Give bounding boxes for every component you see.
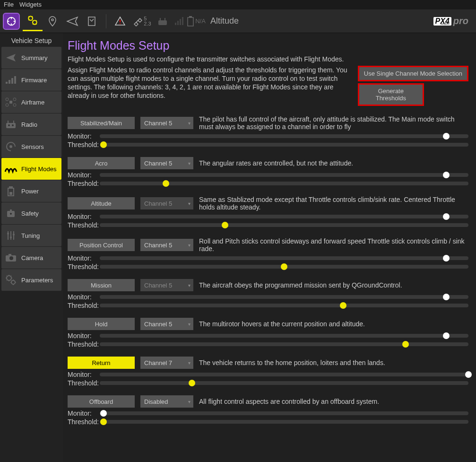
monitor-label: Monitor:	[68, 371, 98, 378]
setup-icon[interactable]	[23, 11, 43, 31]
qgc-logo-icon[interactable]	[3, 13, 20, 30]
channel-select[interactable]: Channel 7	[140, 357, 193, 369]
sidebar-item-label: Tuning	[21, 232, 40, 239]
monitor-label: Monitor:	[68, 293, 98, 301]
monitor-slider[interactable]	[100, 411, 468, 415]
threshold-slider[interactable]	[100, 223, 468, 227]
monitor-slider[interactable]	[100, 256, 468, 260]
mode-description: The pilot has full control of the aircra…	[199, 115, 468, 131]
rc-icon[interactable]	[153, 11, 173, 31]
sidebar-item-flight-modes[interactable]: Flight Modes	[1, 158, 61, 180]
svg-point-42	[10, 236, 12, 238]
threshold-slider[interactable]	[100, 143, 468, 147]
sidebar-item-firmware[interactable]: Firmware	[1, 69, 61, 91]
svg-point-20	[6, 98, 9, 101]
fly-icon[interactable]	[62, 11, 82, 31]
mode-description: Same as Stablized mode except that Throt…	[199, 196, 468, 211]
channel-select[interactable]: Channel 5	[140, 197, 193, 209]
monitor-slider[interactable]	[100, 373, 468, 376]
mode-description: The vehicle returns to the home position…	[199, 359, 468, 366]
plan-icon[interactable]	[43, 11, 62, 31]
monitor-slider[interactable]	[100, 295, 468, 299]
mode-description: All flight control aspects are controlle…	[199, 398, 468, 405]
sidebar-item-radio[interactable]: Radio	[1, 113, 61, 135]
mode-description: The multirotor hovers at the current pos…	[199, 320, 468, 328]
threshold-label: Threshold:	[68, 141, 98, 148]
svg-rect-13	[182, 17, 183, 25]
svg-rect-45	[9, 254, 11, 255]
threshold-slider[interactable]	[100, 342, 468, 346]
threshold-slider[interactable]	[100, 304, 468, 307]
sidebar-item-summary[interactable]: Summary	[1, 47, 61, 69]
svg-rect-18	[11, 78, 13, 84]
threshold-slider[interactable]	[100, 182, 468, 185]
channel-select[interactable]: Channel 5	[140, 117, 193, 129]
sat-numbers: 5 2.3	[144, 16, 151, 26]
mode-block-stabilized-main: Stabilized/MainChannel 5The pilot has fu…	[68, 115, 468, 148]
sidebar-item-label: Flight Modes	[21, 166, 56, 173]
sidebar-icon	[4, 251, 17, 264]
mode-description: Roll and Pitch sticks control sideways a…	[199, 237, 468, 253]
svg-point-3	[52, 19, 53, 21]
menu-file[interactable]: File	[4, 0, 14, 8]
threshold-label: Threshold:	[68, 180, 98, 187]
generate-thresholds-button[interactable]: Generate Thresholds	[358, 83, 424, 106]
sidebar-item-label: Summary	[21, 54, 48, 61]
sidebar-item-camera[interactable]: Camera	[1, 247, 61, 269]
px4-logo: PX4 pro	[433, 16, 468, 26]
svg-point-46	[9, 256, 13, 260]
sidebar-item-airframe[interactable]: Airframe	[1, 91, 61, 113]
sidebar-icon	[4, 273, 17, 287]
svg-rect-19	[14, 76, 16, 84]
sidebar: Vehicle Setup SummaryFirmwareAirframeRad…	[0, 33, 63, 462]
threshold-slider[interactable]	[100, 265, 468, 269]
channel-select[interactable]: Channel 5	[140, 157, 193, 169]
sidebar-item-tuning[interactable]: Tuning	[1, 225, 61, 246]
sidebar-item-parameters[interactable]: Parameters	[1, 269, 61, 291]
analyze-icon[interactable]	[82, 11, 102, 31]
sidebar-icon	[4, 51, 17, 64]
mode-block-offboard: OffboardDisabledAll flight control aspec…	[68, 395, 468, 426]
sidebar-item-sensors[interactable]: Sensors	[1, 136, 61, 157]
sidebar-icon	[4, 162, 17, 175]
sidebar-item-label: Safety	[21, 210, 39, 217]
svg-rect-7	[158, 20, 167, 25]
svg-rect-15	[189, 16, 192, 17]
warning-icon[interactable]	[110, 11, 130, 31]
svg-rect-14	[188, 17, 193, 26]
monitor-slider[interactable]	[100, 334, 468, 338]
monitor-slider[interactable]	[100, 215, 468, 218]
sidebar-item-label: Sensors	[21, 143, 44, 150]
monitor-slider[interactable]	[100, 134, 468, 138]
monitor-label: Monitor:	[68, 171, 98, 179]
svg-point-23	[13, 104, 16, 106]
sidebar-item-label: Firmware	[21, 77, 47, 84]
monitor-label: Monitor:	[68, 132, 98, 140]
channel-select[interactable]: Disabled	[140, 395, 193, 408]
mode-name-label: Acro	[68, 157, 135, 169]
mode-block-return: ReturnChannel 7The vehicle returns to th…	[68, 357, 468, 387]
svg-point-6	[120, 23, 121, 24]
menu-widgets[interactable]: Widgets	[19, 0, 42, 8]
threshold-slider[interactable]	[100, 381, 468, 385]
content-area: Flight Modes Setup Flight Modes Setup is…	[63, 33, 476, 462]
single-channel-button[interactable]: Use Single Channel Mode Selection	[358, 66, 468, 81]
svg-rect-25	[6, 123, 16, 128]
channel-select[interactable]: Channel 5	[140, 239, 193, 251]
threshold-slider[interactable]	[100, 420, 468, 424]
threshold-label: Threshold:	[68, 263, 98, 270]
sidebar-item-power[interactable]: Power	[1, 180, 61, 202]
mode-name-label: Altitude	[68, 197, 135, 209]
channel-select[interactable]: Channel 5	[140, 318, 193, 330]
threshold-label: Threshold:	[68, 340, 98, 348]
menubar: File Widgets	[0, 0, 476, 9]
sidebar-item-label: Power	[21, 188, 39, 195]
toolbar-mode-label: Altitude	[210, 16, 239, 26]
mode-block-altitude: AltitudeChannel 5Same as Stablized mode …	[68, 196, 468, 229]
svg-point-30	[9, 145, 12, 148]
monitor-slider[interactable]	[100, 173, 468, 177]
satellite-icon[interactable]: 5 2.3	[130, 11, 153, 31]
sidebar-item-safety[interactable]: Safety	[1, 202, 61, 224]
channel-select[interactable]: Channel 5	[140, 279, 193, 291]
sidebar-item-label: Parameters	[21, 277, 53, 284]
